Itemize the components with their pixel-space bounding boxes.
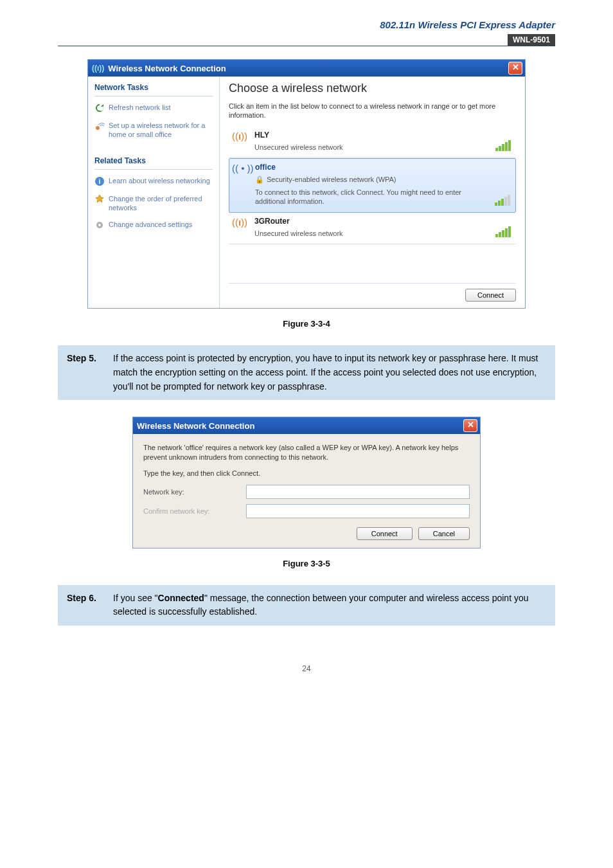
step-5-box: Step 5. If the access point is protected… [58,345,555,400]
lock-icon: 🔒 [255,176,264,184]
dialog-description: The network 'office' requires a network … [143,443,470,462]
dialog-connect-button[interactable]: Connect [357,527,413,540]
gear-icon [94,220,105,230]
refresh-network-list-link[interactable]: Refresh network list [94,103,213,113]
step-6-text: If you see "Connected" message, the conn… [113,592,546,619]
network-name: office [255,163,488,172]
network-key-row: Network key: [143,485,470,499]
network-item-3grouter[interactable]: ((ı)) 3GRouter Unsecured wireless networ… [229,213,516,244]
network-item-hly[interactable]: ((ı)) HLY Unsecured wireless network [229,127,516,158]
wireless-net-window: ((ı)) Wireless Network Connection ✕ Netw… [87,59,526,309]
network-key-input[interactable] [246,485,470,499]
figure-335-caption: Figure 3-3-5 [58,559,555,568]
svg-point-0 [96,126,100,130]
task-link-label: Change advanced settings [109,220,192,229]
confirm-key-row: Confirm network key: [143,504,470,518]
advanced-settings-link[interactable]: Change advanced settings [94,220,213,230]
window-title: Wireless Network Connection [108,64,226,73]
network-subtitle: Unsecured wireless network [254,230,489,237]
wireless-icon: (( • )) [232,163,249,206]
refresh-icon [94,103,105,113]
network-name: 3GRouter [254,217,489,226]
header-divider [58,46,555,46]
confirm-key-label: Confirm network key: [143,507,246,515]
network-name: HLY [254,131,489,140]
dialog-titlebar: Wireless Network Connection ✕ [133,417,480,434]
network-list-pane: Choose a wireless network Click an item … [220,77,525,308]
svg-text:i: i [99,178,101,185]
step-6-box: Step 6. If you see "Connected" message, … [58,585,555,626]
antenna-icon: ((ı)) [92,64,104,73]
wireless-icon: ((ı)) [231,217,248,237]
setup-wireless-link[interactable]: Set up a wireless network for a home or … [94,121,213,140]
dialog-instruction: Type the key, and then click Connect. [143,469,470,478]
wireless-icon: ((ı)) [231,131,248,151]
network-item-office[interactable]: (( • )) office 🔒 Security-enabled wirele… [229,158,516,213]
tasks-sidebar: Network Tasks Refresh network list Set u… [88,77,220,308]
task-link-label: Change the order of preferred networks [109,194,213,213]
step-6-label: Step 6. [67,592,113,619]
confirm-key-input[interactable] [246,504,470,518]
step-5-text: If the access point is protected by encr… [113,352,546,393]
svg-point-4 [98,224,101,226]
network-subtitle: Unsecured wireless network [254,143,489,151]
star-icon [94,194,105,204]
doc-header-title: 802.11n Wireless PCI Express Adapter [58,19,555,30]
signal-strength-icon [495,217,513,237]
window-titlebar: ((ı)) Wireless Network Connection ✕ [88,60,525,77]
info-icon: i [94,176,105,186]
network-tasks-header: Network Tasks [94,83,213,96]
network-list: ((ı)) HLY Unsecured wireless network (( … [229,127,516,284]
choose-network-heading: Choose a wireless network [229,82,516,95]
dialog-cancel-button[interactable]: Cancel [418,527,470,540]
signal-strength-icon [495,163,513,206]
related-tasks-header: Related Tasks [94,156,213,170]
step-5-label: Step 5. [67,352,113,393]
connect-button[interactable]: Connect [465,289,516,302]
setup-network-icon [94,121,105,131]
network-subtitle: 🔒 Security-enabled wireless network (WPA… [255,176,488,184]
task-link-label: Refresh network list [109,103,171,112]
network-key-dialog: Wireless Network Connection ✕ The networ… [132,417,481,548]
model-badge: WNL-9501 [508,34,555,46]
close-button[interactable]: ✕ [463,419,477,432]
learn-wireless-link[interactable]: i Learn about wireless networking [94,176,213,186]
network-key-label: Network key: [143,488,246,496]
task-link-label: Set up a wireless network for a home or … [109,121,213,140]
dialog-title: Wireless Network Connection [137,421,254,431]
task-link-label: Learn about wireless networking [109,176,210,185]
signal-strength-icon [495,131,513,151]
page-number: 24 [58,664,555,673]
change-order-link[interactable]: Change the order of preferred networks [94,194,213,213]
choose-network-desc: Click an item in the list below to conne… [229,102,516,120]
network-extra-info: To connect to this network, click Connec… [255,188,488,206]
close-button[interactable]: ✕ [508,62,522,75]
figure-334-caption: Figure 3-3-4 [58,319,555,329]
